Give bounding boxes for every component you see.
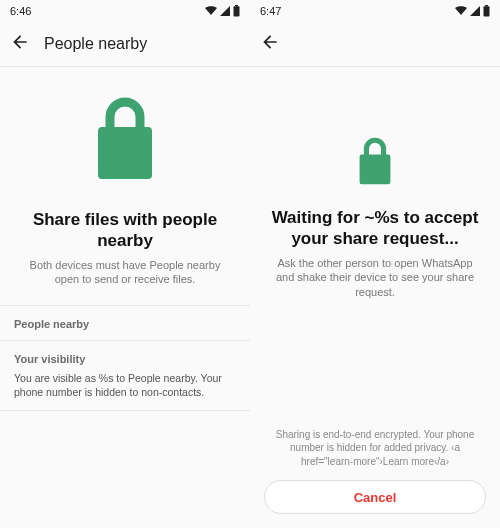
lock-icon [90,97,160,183]
lock-icon [355,137,395,187]
battery-icon [233,5,240,17]
section-label: Your visibility [14,353,236,365]
section-your-visibility[interactable]: Your visibility You are visible as %s to… [0,341,250,409]
sub-text: Both devices must have People nearby ope… [0,252,250,288]
arrow-left-icon [260,32,280,52]
divider [0,410,250,411]
svg-rect-5 [360,155,391,185]
section-label: People nearby [14,318,236,330]
screen-people-nearby: 6:46 People nearby Share files with peop… [0,0,250,528]
status-time: 6:46 [10,5,31,17]
app-bar: People nearby [0,22,250,66]
svg-rect-0 [235,5,238,6]
battery-icon [483,5,490,17]
cancel-button-label: Cancel [354,490,397,505]
wifi-icon [205,6,217,16]
wifi-icon [455,6,467,16]
signal-icon [470,6,480,16]
status-time: 6:47 [260,5,281,17]
headline: Waiting for ~%s to accept your share req… [250,207,500,250]
svg-rect-4 [484,6,490,16]
signal-icon [220,6,230,16]
status-bar: 6:47 [250,0,500,22]
status-icons [205,5,240,17]
arrow-left-icon [10,32,30,52]
screen-waiting-share: 6:47 Waiting for ~%s to accept your shar… [250,0,500,528]
section-people-nearby[interactable]: People nearby [0,306,250,340]
encryption-note: Sharing is end-to-end encrypted. Your ph… [264,428,486,481]
screen-body: Share files with people nearby Both devi… [0,67,250,528]
back-button[interactable] [260,32,280,56]
status-bar: 6:46 [0,0,250,22]
svg-rect-3 [485,5,488,6]
app-bar-title: People nearby [44,35,147,53]
visibility-description: You are visible as %s to People nearby. … [14,371,236,399]
headline: Share files with people nearby [0,209,250,252]
app-bar [250,22,500,66]
hero-icon-wrap [250,67,500,207]
screen-body: Waiting for ~%s to accept your share req… [250,67,500,528]
back-button[interactable] [10,32,30,56]
cancel-button[interactable]: Cancel [264,480,486,514]
bottom-area: Sharing is end-to-end encrypted. Your ph… [250,428,500,529]
hero-icon-wrap [0,67,250,209]
svg-rect-1 [234,6,240,16]
svg-rect-2 [98,127,152,179]
status-icons [455,5,490,17]
sub-text: Ask the other person to open WhatsApp an… [250,250,500,301]
